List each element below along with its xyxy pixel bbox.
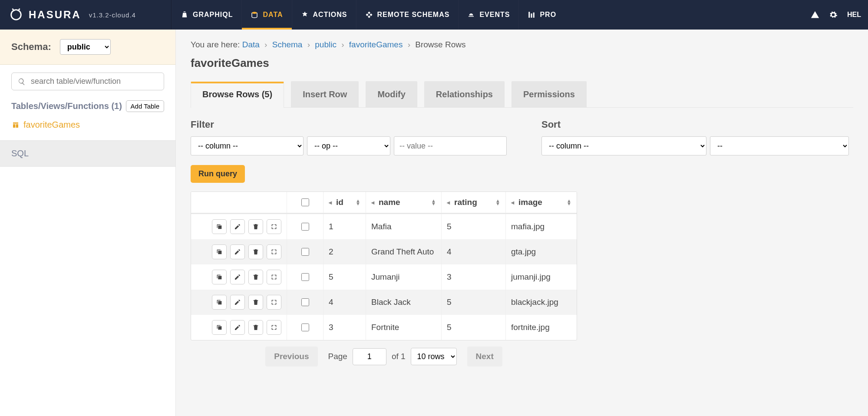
- cell-name: Mafia: [366, 214, 441, 239]
- select-row-checkbox[interactable]: [301, 223, 309, 231]
- tab-relationships[interactable]: Relationships: [424, 81, 505, 107]
- run-query-button[interactable]: Run query: [191, 165, 245, 183]
- sort-toggle-icon[interactable]: ▲▼: [495, 199, 500, 205]
- table-list: favoriteGames: [0, 115, 175, 140]
- col-image[interactable]: image: [518, 198, 542, 207]
- cell-rating: 5: [441, 290, 505, 315]
- sidebar-sql[interactable]: SQL: [0, 140, 175, 167]
- col-name[interactable]: name: [379, 198, 400, 207]
- delete-row-button[interactable]: [248, 244, 263, 259]
- table-tabs: Browse Rows (5) Insert Row Modify Relati…: [191, 81, 853, 108]
- delete-row-button[interactable]: [248, 295, 263, 310]
- schema-selector: Schema: public: [0, 30, 175, 65]
- edit-row-button[interactable]: [230, 295, 245, 310]
- schema-select[interactable]: public: [60, 39, 111, 55]
- col-id[interactable]: id: [336, 198, 343, 207]
- cell-id: 3: [323, 315, 366, 340]
- expand-row-button[interactable]: [267, 320, 281, 335]
- sidebar-table-favoritegames[interactable]: favoriteGames: [11, 117, 164, 132]
- select-row-checkbox[interactable]: [301, 298, 309, 306]
- select-row-checkbox[interactable]: [301, 273, 309, 281]
- cell-id: 4: [323, 290, 366, 315]
- expand-row-button[interactable]: [267, 270, 281, 284]
- sort-toggle-icon[interactable]: ▲▼: [356, 199, 360, 205]
- nav-events[interactable]: EVENTS: [458, 0, 518, 30]
- data-table: ◂id▲▼ ◂name▲▼ ◂rating▲▼ ◂image▲▼ 1 Mafia…: [191, 191, 577, 340]
- expand-row-button[interactable]: [267, 295, 281, 310]
- cell-image: mafia.jpg: [505, 214, 577, 239]
- breadcrumb-prefix: You are here:: [191, 40, 242, 49]
- table-row: 5 Jumanji 3 jumanji.jpg: [191, 264, 577, 290]
- tab-insert-row[interactable]: Insert Row: [291, 81, 359, 107]
- expand-row-button[interactable]: [267, 244, 281, 259]
- cell-image: fortnite.jpg: [505, 315, 577, 340]
- crumb-public[interactable]: public: [315, 40, 337, 49]
- clone-row-button[interactable]: [212, 320, 227, 335]
- tab-permissions[interactable]: Permissions: [512, 81, 587, 107]
- crumb-data[interactable]: Data: [242, 40, 260, 49]
- sort-title: Sort: [541, 119, 853, 130]
- sort-toggle-icon[interactable]: ▲▼: [431, 199, 436, 205]
- select-row-checkbox[interactable]: [301, 248, 309, 256]
- sort-section: Sort -- column -- --: [541, 119, 853, 155]
- filter-title: Filter: [191, 119, 507, 130]
- clone-row-button[interactable]: [212, 295, 227, 310]
- sort-toggle-icon[interactable]: ▲▼: [567, 199, 571, 205]
- crumb-current: Browse Rows: [415, 40, 465, 49]
- filter-op-select[interactable]: -- op --: [307, 136, 390, 155]
- main-content: You are here: Data › Schema › public › f…: [176, 30, 868, 416]
- edit-row-button[interactable]: [230, 270, 245, 284]
- nav-label: PRO: [540, 11, 556, 19]
- crumb-schema[interactable]: Schema: [272, 40, 303, 49]
- tab-browse-rows[interactable]: Browse Rows (5): [191, 82, 284, 108]
- nav-label: EVENTS: [479, 11, 510, 19]
- breadcrumb: You are here: Data › Schema › public › f…: [191, 40, 853, 50]
- nav-actions[interactable]: ACTIONS: [292, 0, 356, 30]
- help-link[interactable]: HEL: [847, 11, 861, 19]
- select-row-checkbox[interactable]: [301, 324, 309, 331]
- clone-row-button[interactable]: [212, 219, 227, 234]
- delete-row-button[interactable]: [248, 320, 263, 335]
- cell-image: gta.jpg: [505, 239, 577, 264]
- nav-data[interactable]: DATA: [241, 0, 291, 30]
- table-search[interactable]: [11, 73, 164, 90]
- tab-modify[interactable]: Modify: [366, 81, 417, 107]
- expand-row-button[interactable]: [267, 219, 281, 234]
- settings-gear-icon[interactable]: [829, 10, 838, 19]
- table-search-input[interactable]: [30, 76, 158, 86]
- table-item-label: favoriteGames: [23, 120, 80, 130]
- rows-per-page-select[interactable]: 10 rows: [411, 348, 457, 365]
- cell-name: Black Jack: [366, 290, 441, 315]
- nav-pro[interactable]: PRO: [518, 0, 565, 30]
- crumb-table[interactable]: favoriteGames: [349, 40, 403, 49]
- edit-row-button[interactable]: [230, 219, 245, 234]
- tables-heading: Tables/Views/Functions (1): [11, 100, 122, 112]
- table-header: ◂id▲▼ ◂name▲▼ ◂rating▲▼ ◂image▲▼: [191, 192, 577, 214]
- add-table-button[interactable]: Add Table: [126, 100, 164, 112]
- clone-row-button[interactable]: [212, 244, 227, 259]
- edit-row-button[interactable]: [230, 244, 245, 259]
- warning-icon[interactable]: [811, 10, 819, 19]
- nav-graphiql[interactable]: GRAPHIQL: [172, 0, 241, 30]
- edit-row-button[interactable]: [230, 320, 245, 335]
- delete-row-button[interactable]: [248, 219, 263, 234]
- col-rating[interactable]: rating: [454, 198, 477, 207]
- sort-column-select[interactable]: -- column --: [541, 136, 706, 155]
- page-number-input[interactable]: [353, 348, 386, 365]
- top-nav: GRAPHIQL DATA ACTIONS REMOTE SCHEMAS EVE…: [172, 0, 565, 30]
- cell-rating: 4: [441, 239, 505, 264]
- delete-row-button[interactable]: [248, 270, 263, 284]
- table-row: 1 Mafia 5 mafia.jpg: [191, 214, 577, 239]
- sort-direction-select[interactable]: --: [710, 136, 849, 155]
- cell-id: 1: [323, 214, 366, 239]
- next-button[interactable]: Next: [467, 347, 502, 366]
- filter-value-input[interactable]: [394, 136, 507, 155]
- pagination: Previous Page of 1 10 rows Next: [191, 347, 577, 366]
- clone-row-button[interactable]: [212, 270, 227, 284]
- filter-column-select[interactable]: -- column --: [191, 136, 304, 155]
- select-all-checkbox[interactable]: [301, 198, 309, 206]
- hasura-logo-icon: [9, 7, 23, 22]
- previous-button[interactable]: Previous: [265, 347, 317, 366]
- table-row: 4 Black Jack 5 blackjack.jpg: [191, 290, 577, 315]
- nav-remote-schemas[interactable]: REMOTE SCHEMAS: [356, 0, 459, 30]
